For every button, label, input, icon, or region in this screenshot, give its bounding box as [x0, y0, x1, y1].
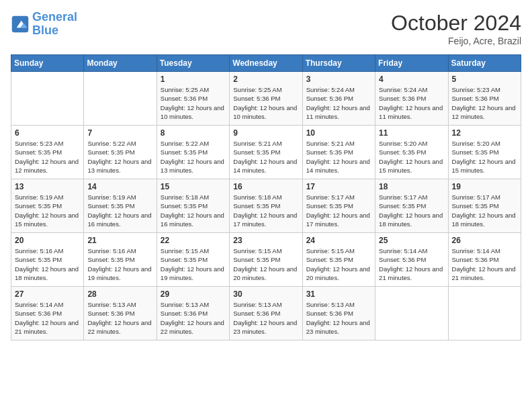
day-number: 31	[306, 289, 371, 299]
logo: General Blue	[11, 11, 77, 38]
day-number: 19	[452, 182, 517, 191]
day-number: 6	[15, 128, 80, 138]
day-info: Sunrise: 5:21 AMSunset: 5:35 PMDaylight:…	[306, 139, 371, 175]
day-number: 23	[233, 236, 298, 245]
page-header: General Blue October 2024 Feijo, Acre, B…	[11, 11, 521, 46]
calendar-cell: 30Sunrise: 5:13 AMSunset: 5:36 PMDayligh…	[230, 287, 302, 340]
day-number: 15	[161, 182, 226, 191]
calendar-cell: 16Sunrise: 5:18 AMSunset: 5:35 PMDayligh…	[230, 179, 302, 233]
calendar-cell: 26Sunrise: 5:14 AMSunset: 5:36 PMDayligh…	[448, 233, 521, 287]
day-number: 12	[452, 128, 517, 138]
day-info: Sunrise: 5:23 AMSunset: 5:36 PMDaylight:…	[452, 85, 517, 121]
calendar-cell: 3Sunrise: 5:24 AMSunset: 5:36 PMDaylight…	[302, 72, 375, 126]
logo-icon	[11, 15, 30, 34]
day-info: Sunrise: 5:14 AMSunset: 5:36 PMDaylight:…	[379, 246, 444, 282]
day-info: Sunrise: 5:13 AMSunset: 5:36 PMDaylight:…	[161, 300, 226, 336]
header-row: Sunday Monday Tuesday Wednesday Thursday…	[11, 55, 521, 72]
day-info: Sunrise: 5:24 AMSunset: 5:36 PMDaylight:…	[306, 85, 371, 121]
day-info: Sunrise: 5:17 AMSunset: 5:35 PMDaylight:…	[306, 193, 371, 228]
calendar-cell: 28Sunrise: 5:13 AMSunset: 5:36 PMDayligh…	[84, 287, 157, 340]
day-number: 16	[233, 182, 298, 191]
calendar-cell	[11, 72, 84, 126]
calendar-cell: 2Sunrise: 5:25 AMSunset: 5:36 PMDaylight…	[230, 72, 302, 126]
day-info: Sunrise: 5:23 AMSunset: 5:35 PMDaylight:…	[15, 139, 80, 175]
day-info: Sunrise: 5:16 AMSunset: 5:35 PMDaylight:…	[15, 246, 80, 282]
header-friday: Friday	[375, 55, 448, 72]
day-number: 11	[379, 128, 444, 138]
day-number: 3	[306, 75, 371, 84]
header-tuesday: Tuesday	[157, 55, 229, 72]
calendar-cell: 27Sunrise: 5:14 AMSunset: 5:36 PMDayligh…	[11, 287, 84, 340]
day-number: 5	[452, 75, 517, 84]
day-info: Sunrise: 5:13 AMSunset: 5:36 PMDaylight:…	[233, 300, 298, 336]
day-number: 22	[161, 236, 226, 245]
calendar-week-4: 20Sunrise: 5:16 AMSunset: 5:35 PMDayligh…	[11, 233, 521, 287]
calendar-cell: 18Sunrise: 5:17 AMSunset: 5:35 PMDayligh…	[375, 179, 448, 233]
calendar-cell: 9Sunrise: 5:21 AMSunset: 5:35 PMDaylight…	[230, 126, 302, 179]
calendar-cell: 6Sunrise: 5:23 AMSunset: 5:35 PMDaylight…	[11, 126, 84, 179]
day-number: 17	[306, 182, 371, 191]
calendar-cell: 24Sunrise: 5:15 AMSunset: 5:35 PMDayligh…	[302, 233, 375, 287]
day-info: Sunrise: 5:14 AMSunset: 5:36 PMDaylight:…	[452, 246, 517, 282]
title-block: October 2024 Feijo, Acre, Brazil	[391, 11, 521, 46]
day-info: Sunrise: 5:24 AMSunset: 5:36 PMDaylight:…	[379, 85, 444, 121]
location-subtitle: Feijo, Acre, Brazil	[391, 36, 521, 46]
day-number: 7	[87, 128, 152, 138]
calendar-body: 1Sunrise: 5:25 AMSunset: 5:36 PMDaylight…	[11, 72, 521, 340]
day-info: Sunrise: 5:14 AMSunset: 5:36 PMDaylight:…	[15, 300, 80, 336]
month-title: October 2024	[391, 11, 521, 36]
calendar-cell: 13Sunrise: 5:19 AMSunset: 5:35 PMDayligh…	[11, 179, 84, 233]
day-number: 30	[233, 289, 298, 299]
calendar-cell: 17Sunrise: 5:17 AMSunset: 5:35 PMDayligh…	[302, 179, 375, 233]
day-number: 25	[379, 236, 444, 245]
calendar-cell: 15Sunrise: 5:18 AMSunset: 5:35 PMDayligh…	[157, 179, 229, 233]
logo-text: General Blue	[32, 11, 77, 38]
day-info: Sunrise: 5:16 AMSunset: 5:35 PMDaylight:…	[87, 246, 152, 282]
day-number: 2	[233, 75, 298, 84]
calendar-cell	[375, 287, 448, 340]
calendar-cell: 12Sunrise: 5:20 AMSunset: 5:35 PMDayligh…	[448, 126, 521, 179]
day-number: 29	[161, 289, 226, 299]
day-number: 10	[306, 128, 371, 138]
day-info: Sunrise: 5:17 AMSunset: 5:35 PMDaylight:…	[379, 193, 444, 228]
day-number: 4	[379, 75, 444, 84]
day-number: 28	[87, 289, 152, 299]
header-wednesday: Wednesday	[230, 55, 302, 72]
logo-line2: Blue	[32, 24, 58, 37]
day-info: Sunrise: 5:22 AMSunset: 5:35 PMDaylight:…	[87, 139, 152, 175]
day-info: Sunrise: 5:19 AMSunset: 5:35 PMDaylight:…	[15, 193, 80, 228]
calendar-cell: 19Sunrise: 5:17 AMSunset: 5:35 PMDayligh…	[448, 179, 521, 233]
header-sunday: Sunday	[11, 55, 84, 72]
day-number: 18	[379, 182, 444, 191]
day-number: 27	[15, 289, 80, 299]
day-info: Sunrise: 5:13 AMSunset: 5:36 PMDaylight:…	[87, 300, 152, 336]
header-monday: Monday	[84, 55, 157, 72]
day-info: Sunrise: 5:15 AMSunset: 5:35 PMDaylight:…	[306, 246, 371, 282]
calendar-week-1: 1Sunrise: 5:25 AMSunset: 5:36 PMDaylight…	[11, 72, 521, 126]
calendar-cell: 25Sunrise: 5:14 AMSunset: 5:36 PMDayligh…	[375, 233, 448, 287]
day-info: Sunrise: 5:20 AMSunset: 5:35 PMDaylight:…	[379, 139, 444, 175]
calendar-cell: 1Sunrise: 5:25 AMSunset: 5:36 PMDaylight…	[157, 72, 229, 126]
calendar-cell: 4Sunrise: 5:24 AMSunset: 5:36 PMDaylight…	[375, 72, 448, 126]
day-info: Sunrise: 5:25 AMSunset: 5:36 PMDaylight:…	[161, 85, 226, 121]
calendar-week-5: 27Sunrise: 5:14 AMSunset: 5:36 PMDayligh…	[11, 287, 521, 340]
day-info: Sunrise: 5:25 AMSunset: 5:36 PMDaylight:…	[233, 85, 298, 121]
calendar-cell	[448, 287, 521, 340]
day-number: 14	[87, 182, 152, 191]
day-info: Sunrise: 5:18 AMSunset: 5:35 PMDaylight:…	[233, 193, 298, 228]
calendar-cell: 31Sunrise: 5:13 AMSunset: 5:36 PMDayligh…	[302, 287, 375, 340]
day-number: 1	[161, 75, 226, 84]
day-info: Sunrise: 5:22 AMSunset: 5:35 PMDaylight:…	[161, 139, 226, 175]
calendar-cell: 22Sunrise: 5:15 AMSunset: 5:35 PMDayligh…	[157, 233, 229, 287]
day-number: 13	[15, 182, 80, 191]
day-info: Sunrise: 5:21 AMSunset: 5:35 PMDaylight:…	[233, 139, 298, 175]
day-info: Sunrise: 5:18 AMSunset: 5:35 PMDaylight:…	[161, 193, 226, 228]
calendar-cell: 10Sunrise: 5:21 AMSunset: 5:35 PMDayligh…	[302, 126, 375, 179]
calendar-cell: 14Sunrise: 5:19 AMSunset: 5:35 PMDayligh…	[84, 179, 157, 233]
day-number: 24	[306, 236, 371, 245]
header-thursday: Thursday	[302, 55, 375, 72]
day-number: 26	[452, 236, 517, 245]
day-number: 21	[87, 236, 152, 245]
day-number: 20	[15, 236, 80, 245]
calendar-cell: 20Sunrise: 5:16 AMSunset: 5:35 PMDayligh…	[11, 233, 84, 287]
